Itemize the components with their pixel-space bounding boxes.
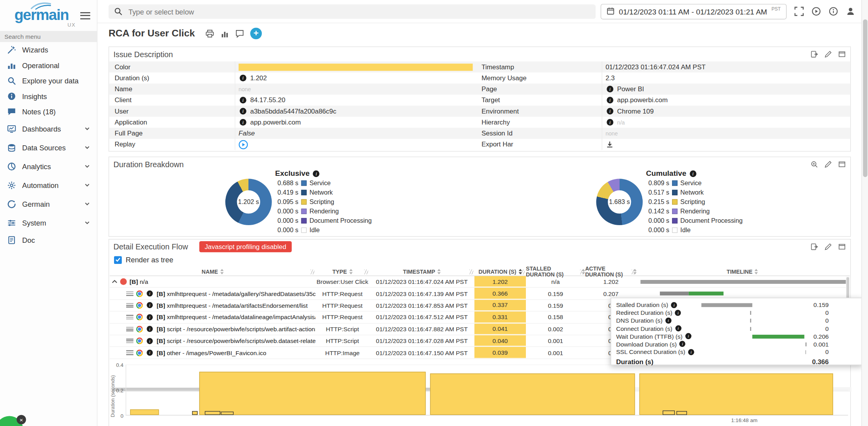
window-icon[interactable] (838, 51, 846, 58)
duration-bar[interactable] (676, 411, 687, 415)
zoom-in-icon[interactable] (810, 161, 818, 168)
duration-bar[interactable] (430, 374, 635, 415)
info-icon[interactable]: i (665, 318, 672, 324)
drag-handle-icon[interactable] (126, 326, 133, 332)
timeline-bar[interactable] (689, 292, 723, 296)
info-icon[interactable]: i (671, 302, 677, 308)
info-icon[interactable]: i (607, 119, 613, 126)
drag-handle-icon[interactable] (126, 338, 133, 344)
info-icon[interactable]: i (685, 333, 692, 339)
drag-handle-icon[interactable] (126, 314, 133, 320)
info-icon[interactable]: i (607, 97, 613, 103)
info-icon[interactable]: i (240, 108, 246, 115)
collapse-caret-icon[interactable] (112, 278, 117, 285)
sidebar-item-explore-your-data[interactable]: Explore your data (0, 73, 97, 89)
info-icon[interactable] (829, 7, 839, 16)
info-icon[interactable]: i (675, 310, 681, 316)
column-resize-handle[interactable] (580, 269, 584, 274)
info-icon[interactable]: i (147, 338, 153, 344)
column-resize-handle[interactable] (364, 269, 368, 274)
info-icon[interactable]: i (147, 302, 153, 309)
info-icon[interactable]: i (675, 325, 681, 332)
info-icon[interactable]: i (607, 108, 613, 115)
info-icon[interactable]: i (240, 97, 246, 103)
drag-handle-icon[interactable] (126, 350, 133, 356)
info-icon[interactable]: i (240, 75, 246, 81)
duration-bar[interactable] (199, 372, 426, 415)
duration-bar[interactable] (221, 412, 234, 415)
duration-bar[interactable] (640, 374, 833, 415)
play-icon[interactable] (812, 7, 821, 16)
comment-icon[interactable] (235, 29, 244, 38)
export-icon[interactable] (810, 243, 818, 251)
info-icon[interactable]: i (607, 86, 613, 92)
execution-row[interactable]: [B] n/a Browser:User Click 01/12/2023 01… (110, 276, 850, 288)
info-icon[interactable]: i (147, 350, 153, 356)
global-search-input[interactable] (109, 4, 596, 19)
edit-pencil-icon[interactable] (824, 51, 832, 58)
date-range-picker[interactable]: 01/12/2023 01:11 AM - 01/12/2023 01:21 A… (601, 4, 787, 20)
column-resize-handle[interactable] (310, 269, 314, 274)
sort-icon[interactable] (437, 269, 440, 274)
print-icon[interactable] (205, 29, 214, 38)
sidebar-item-insights[interactable]: Insights (0, 88, 97, 104)
menu-toggle-icon[interactable] (80, 10, 90, 21)
info-icon[interactable]: i (147, 291, 153, 297)
exclusive-donut-chart[interactable]: 1.202 s (225, 179, 272, 225)
edit-pencil-icon[interactable] (824, 243, 832, 251)
sidebar-item-automation[interactable]: Automation (0, 176, 97, 195)
duration-bar[interactable] (205, 411, 220, 415)
duration-bar[interactable] (130, 410, 159, 415)
window-icon[interactable] (838, 243, 846, 251)
timeline-bar[interactable] (660, 292, 689, 296)
drag-handle-icon[interactable] (126, 291, 133, 297)
column-header-type[interactable]: TYPE (315, 268, 369, 276)
column-header-timestamp[interactable]: TIMESTAMP (369, 268, 474, 276)
add-button[interactable]: + (250, 28, 262, 40)
user-icon[interactable] (846, 7, 855, 16)
edit-pencil-icon[interactable] (824, 161, 832, 168)
info-icon[interactable]: i (240, 119, 246, 126)
column-header-stalled-duration-s[interactable]: STALLED DURATION (S) (526, 268, 585, 276)
sidebar-item-data-sources[interactable]: Data Sources (0, 138, 97, 157)
checkbox-checked-icon[interactable] (114, 256, 122, 264)
column-resize-handle[interactable] (521, 269, 525, 274)
sidebar-search-input[interactable] (0, 31, 98, 42)
info-icon[interactable]: i (690, 170, 696, 177)
sort-icon[interactable] (220, 269, 223, 274)
sidebar-item-notes-18[interactable]: Notes (18) (0, 104, 97, 120)
column-header-timeline[interactable]: TIMELINE (637, 268, 848, 276)
duration-bar[interactable] (192, 411, 198, 415)
export-icon[interactable] (810, 51, 818, 58)
page-scrollbar[interactable] (861, 0, 868, 426)
column-header-name[interactable]: NAME (110, 268, 315, 276)
export-har-download-icon[interactable] (605, 140, 614, 148)
sidebar-item-dashboards[interactable]: Dashboards (0, 119, 97, 138)
sidebar-item-analytics[interactable]: Analytics (0, 157, 97, 176)
cumulative-donut-chart[interactable]: 1.683 s (596, 179, 643, 225)
sidebar-item-doc[interactable]: Doc (0, 232, 97, 248)
chart-icon[interactable] (220, 29, 229, 38)
sidebar-item-wizards[interactable]: Wizards (0, 42, 97, 58)
sidebar-item-germain[interactable]: Germain (0, 195, 97, 213)
info-icon[interactable]: i (680, 341, 686, 347)
info-icon[interactable]: i (147, 314, 153, 320)
sort-icon[interactable] (755, 269, 758, 274)
replay-play-button[interactable] (239, 140, 248, 149)
info-icon[interactable]: i (688, 349, 694, 355)
drag-handle-icon[interactable] (126, 302, 133, 309)
render-as-tree-checkbox[interactable]: Render as tree (114, 256, 173, 264)
app-logo[interactable]: germain (14, 7, 69, 24)
column-resize-handle[interactable] (469, 269, 473, 274)
scrollbar-thumb[interactable] (863, 19, 867, 177)
sidebar-item-operational[interactable]: Operational (0, 58, 97, 73)
column-resize-handle[interactable] (632, 269, 636, 274)
timeline-bar[interactable] (640, 280, 847, 284)
chat-close-icon[interactable]: × (16, 415, 26, 424)
info-icon[interactable]: i (147, 326, 153, 332)
info-icon[interactable]: i (313, 170, 320, 177)
column-header-duration-s[interactable]: DURATION (S) (475, 268, 526, 276)
fullscreen-icon[interactable] (794, 7, 804, 16)
window-icon[interactable] (838, 161, 846, 168)
duration-bar[interactable] (663, 410, 675, 415)
